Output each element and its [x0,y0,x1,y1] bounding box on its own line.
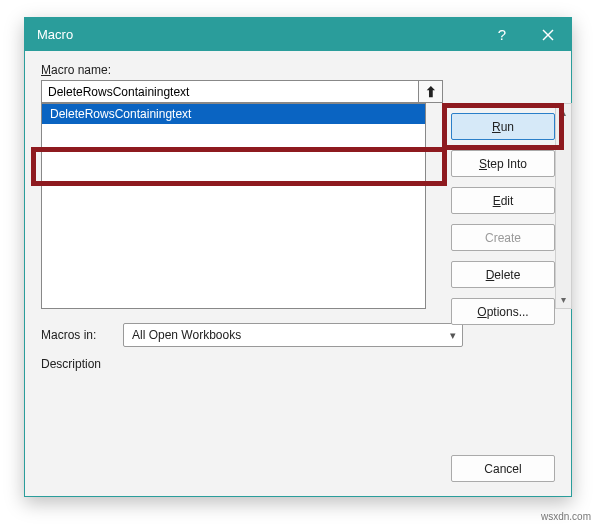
window-title: Macro [37,27,479,42]
macros-in-row: Macros in: All Open Workbooks ▾ [41,323,555,347]
description-label: Description [41,357,555,371]
description-box [41,374,463,420]
watermark: wsxdn.com [541,511,591,522]
help-button[interactable]: ? [479,18,525,51]
create-button: Create [451,224,555,251]
dialog-content: Macro name: ⬆ DeleteRowsContainingtext ▴… [25,51,571,496]
step-into-button[interactable]: Step Into [451,150,555,177]
run-button[interactable]: Run [451,113,555,140]
close-button[interactable] [525,18,571,51]
macro-name-label: Macro name: [41,63,555,77]
scroll-down-icon[interactable]: ▾ [556,291,571,308]
macros-in-value: All Open Workbooks [132,328,241,342]
edit-button[interactable]: Edit [451,187,555,214]
titlebar: Macro ? [25,18,571,51]
delete-button[interactable]: Delete [451,261,555,288]
list-scrollbar[interactable]: ▴ ▾ [555,103,572,309]
macros-in-label: Macros in: [41,328,123,342]
macro-listbox[interactable]: DeleteRowsContainingtext [41,103,426,309]
close-icon [542,29,554,41]
options-button[interactable]: Options... [451,298,555,325]
goto-arrow-icon: ⬆ [425,84,437,100]
macro-name-input[interactable] [41,80,419,103]
list-item[interactable]: DeleteRowsContainingtext [42,104,425,124]
goto-button[interactable]: ⬆ [419,80,443,103]
footer: Cancel [451,455,555,482]
macro-dialog: Macro ? Macro name: ⬆ DeleteRowsContaini… [24,17,572,497]
help-icon: ? [498,26,506,43]
scroll-up-icon[interactable]: ▴ [556,104,571,121]
chevron-down-icon: ▾ [450,329,456,342]
side-buttons: Run Step Into Edit Create Delete Options… [451,113,555,325]
macros-in-select[interactable]: All Open Workbooks ▾ [123,323,463,347]
cancel-button[interactable]: Cancel [451,455,555,482]
macro-name-row: ⬆ [41,80,443,103]
app-backdrop: Macro ? Macro name: ⬆ DeleteRowsContaini… [0,0,597,526]
